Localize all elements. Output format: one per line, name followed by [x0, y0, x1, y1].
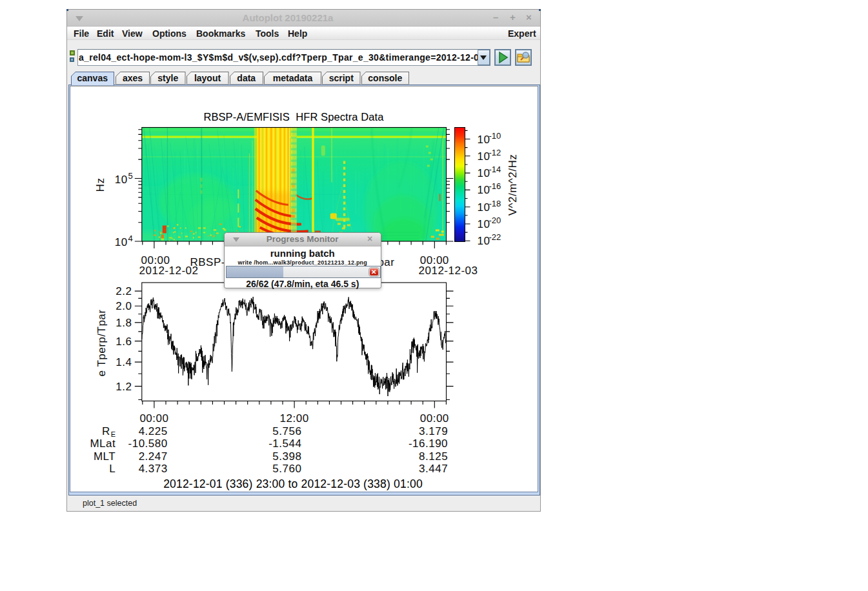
svg-text:MLT: MLT: [93, 450, 115, 462]
svg-text:RBSP-A/EMFISIS HFR Spectra Da: RBSP-A/EMFISIS HFR Spectra Data: [203, 111, 384, 123]
svg-text:4.225: 4.225: [138, 425, 167, 437]
svg-text:10: 10: [477, 133, 490, 145]
svg-text:10: 10: [477, 218, 490, 230]
svg-text:1.8: 1.8: [116, 316, 132, 328]
svg-text:3.179: 3.179: [419, 425, 448, 437]
svg-text:2.2: 2.2: [116, 285, 132, 297]
svg-text:-18: -18: [489, 198, 501, 208]
svg-text:10: 10: [114, 235, 127, 248]
svg-text:10: 10: [114, 173, 127, 185]
svg-text:8.125: 8.125: [419, 450, 448, 462]
svg-text:-12: -12: [489, 147, 501, 157]
svg-text:12:00: 12:00: [279, 412, 308, 424]
svg-text:2012-12-01 (336) 23:00 to 2012: 2012-12-01 (336) 23:00 to 2012-12-03 (33…: [163, 477, 423, 490]
svg-text:-22: -22: [489, 232, 501, 242]
svg-text:3.447: 3.447: [419, 463, 448, 475]
svg-text:-1.544: -1.544: [268, 437, 301, 450]
svg-text:1.2: 1.2: [116, 380, 132, 392]
svg-text:5: 5: [128, 170, 132, 180]
svg-text:Hz: Hz: [94, 177, 106, 192]
svg-text:5.398: 5.398: [272, 450, 301, 462]
svg-text:10: 10: [477, 167, 490, 179]
svg-text:-20: -20: [489, 215, 501, 225]
svg-text:V^2/m^2/Hz: V^2/m^2/Hz: [506, 154, 518, 215]
svg-text:1.6: 1.6: [116, 335, 132, 347]
svg-text:5.760: 5.760: [272, 463, 301, 475]
svg-text:e Tperp/Tpar: e Tperp/Tpar: [95, 309, 107, 376]
svg-text:4: 4: [128, 233, 132, 243]
svg-text:-16.190: -16.190: [408, 437, 447, 450]
svg-text:L: L: [109, 463, 116, 475]
svg-text:10: 10: [477, 201, 490, 213]
svg-text:2.0: 2.0: [116, 300, 132, 312]
svg-text:00:00: 00:00: [419, 412, 449, 424]
svg-text:10: 10: [477, 235, 490, 247]
svg-text:MLat: MLat: [90, 437, 116, 450]
svg-text:10: 10: [477, 184, 490, 196]
svg-text:2.247: 2.247: [138, 450, 167, 462]
svg-text:1.4: 1.4: [116, 356, 132, 368]
svg-text:5.756: 5.756: [272, 425, 301, 437]
svg-text:-10: -10: [489, 130, 501, 140]
svg-text:00:00: 00:00: [139, 412, 168, 424]
svg-text:-14: -14: [489, 165, 501, 174]
svg-text:-10.580: -10.580: [128, 437, 167, 450]
svg-text:4.373: 4.373: [138, 463, 167, 475]
svg-text:-16: -16: [489, 181, 501, 191]
svg-text:10: 10: [477, 150, 490, 162]
svg-text:2012-12-03: 2012-12-03: [418, 264, 478, 276]
svg-text:R: R: [102, 425, 110, 437]
